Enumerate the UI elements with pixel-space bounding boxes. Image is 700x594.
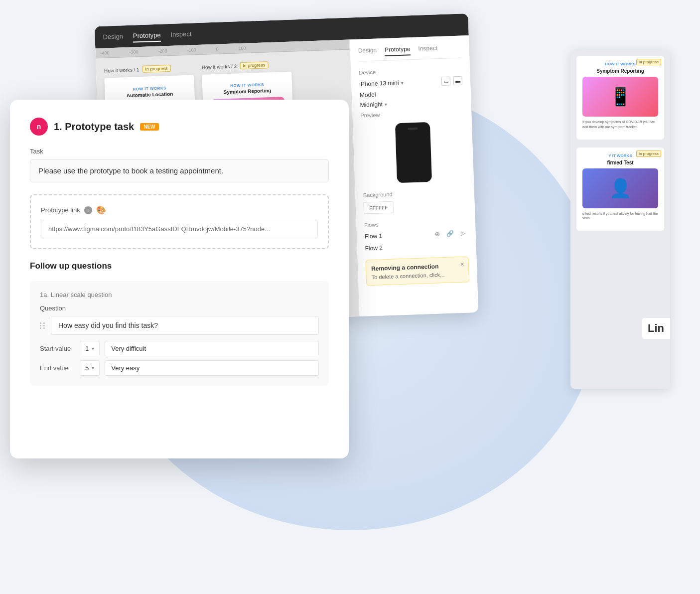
chevron-down-icon: ▾ (401, 80, 403, 85)
task-icon: n (30, 118, 48, 136)
end-value-row: End value 5 ▾ (40, 360, 319, 376)
start-value: 1 (85, 345, 89, 352)
start-value-label: Start value (40, 345, 75, 352)
tab-design[interactable]: Design (103, 30, 123, 43)
task-description: Please use the prototype to book a testi… (30, 159, 329, 182)
mini-illustration-1: 📱 (582, 77, 658, 117)
preview-label: Preview (360, 109, 463, 119)
in-progress-badge: In progress (142, 65, 170, 73)
removing-connection-desc: To delete a connection, click... (371, 271, 463, 280)
info-icon[interactable]: i (84, 206, 92, 214)
canvas-right-content: In progress HOW IT WORKS Symptom Reporti… (570, 50, 670, 237)
end-value-chevron-icon: ▾ (92, 365, 94, 371)
mini-frame-badge-2: In progress (636, 150, 661, 157)
flow-1-actions: ⊕ 🔗 ▷ (432, 228, 468, 238)
close-icon[interactable]: × (460, 260, 464, 268)
question-section: 1a. Linear scale question Question Start… (30, 281, 329, 386)
device-selector: iPhone 13 mini ▾ ▭ ▬ (359, 76, 463, 89)
mini-frame-subtitle-1: Symptom Reporting (582, 68, 658, 74)
prototype-link-header: Prototype link i 🎨 (41, 205, 318, 215)
flow-name-1: Flow 1 (365, 232, 383, 240)
flow-item-2: Flow 2 (365, 241, 468, 252)
tab-prototype[interactable]: Prototype (133, 29, 161, 42)
frame-label-2: How it works / 2 In progress (201, 61, 268, 71)
flows-section: Flows Flow 1 ⊕ 🔗 ▷ Flow 2 (364, 218, 468, 252)
task-panel: n 1. Prototype task NEW Task Please use … (10, 100, 349, 458)
removing-connection-title: Removing a connection (371, 262, 463, 272)
figma-canvas-right: In progress HOW IT WORKS Symptom Reporti… (570, 50, 670, 389)
ruler-mark: 0 (216, 46, 218, 51)
end-value-label: End value (40, 364, 75, 372)
question-input[interactable] (51, 316, 319, 335)
new-badge: NEW (140, 123, 158, 131)
figma-right-panel: Design Prototype Inspect Device iPhone 1… (349, 35, 478, 316)
model-name-dropdown[interactable]: Midnight ▾ (360, 98, 463, 109)
ruler-mark: 100 (238, 45, 246, 51)
task-panel-header: n 1. Prototype task NEW (30, 118, 329, 136)
bg-color-row: FFFFFF (363, 198, 467, 214)
device-section: Device iPhone 13 mini ▾ ▭ ▬ Model Midnig… (359, 66, 466, 184)
end-desc-input[interactable] (105, 360, 319, 376)
panel-tab-prototype[interactable]: Prototype (385, 45, 411, 56)
tab-inspect[interactable]: Inspect (170, 28, 192, 41)
device-dropdown[interactable]: iPhone 13 mini ▾ (359, 79, 404, 88)
figma-tab-bar: Design Prototype Inspect (103, 28, 192, 43)
ruler-mark: -100 (187, 47, 196, 53)
frame-title: Automatic Location (113, 91, 186, 99)
task-label: Task (30, 148, 329, 155)
frame-title-2: Symptom Reporting (210, 87, 284, 95)
start-value-chevron-icon: ▾ (92, 346, 94, 351)
flow-item-1: Flow 1 ⊕ 🔗 ▷ (364, 228, 468, 241)
mini-illustration-2: 👤 (582, 168, 658, 208)
question-field-label: Question (40, 304, 319, 312)
mini-frame-badge-1: In progress (636, 59, 661, 65)
mini-frame-2: In progress Y IT WORKS firmed Test 👤 d t… (576, 148, 664, 231)
start-value-row: Start value 1 ▾ (40, 341, 319, 356)
start-value-dropdown[interactable]: 1 ▾ (80, 341, 100, 356)
model-dropdown[interactable]: Model (360, 88, 463, 99)
ruler-mark: -300 (129, 49, 138, 55)
device-name: iPhone 13 mini (359, 79, 399, 88)
prototype-link-label: Prototype link (41, 206, 80, 214)
flow-1-move-icon[interactable]: ⊕ (432, 229, 442, 239)
mini-frame-1: In progress HOW IT WORKS Symptom Reporti… (576, 56, 664, 140)
end-value-dropdown[interactable]: 5 ▾ (80, 360, 100, 376)
flows-section-title: Flows (364, 218, 467, 228)
flow-1-link-icon[interactable]: 🔗 (445, 229, 455, 238)
drag-handle-icon[interactable] (40, 322, 46, 329)
partial-frame-text: Lin (642, 318, 670, 339)
mini-frame-desc-1: If you develop symptoms of COVID-19 you … (582, 120, 658, 130)
flow-1-play-icon[interactable]: ▷ (458, 228, 468, 238)
device-orientation-icons: ▭ ▬ (441, 76, 463, 86)
mini-frame-subtitle-2: firmed Test (582, 160, 658, 165)
mini-frame-desc-2: d test results if you test atively for h… (582, 211, 658, 221)
model-chevron-icon: ▾ (385, 101, 387, 107)
question-row (40, 316, 319, 335)
background-section: Background FFFFFF (363, 188, 467, 214)
model-name: Midnight (360, 101, 383, 109)
start-desc-input[interactable] (105, 341, 319, 356)
portrait-icon[interactable]: ▭ (441, 76, 451, 86)
figma-logo-icon: 🎨 (96, 205, 106, 215)
panel-tab-inspect[interactable]: Inspect (418, 44, 437, 55)
panel-tab-design[interactable]: Design (358, 47, 377, 57)
prototype-link-box: Prototype link i 🎨 https://www.figma.com… (30, 194, 329, 249)
frame-label-1: How it works / 1 In progress (104, 65, 171, 74)
ruler-mark: -400 (100, 50, 109, 56)
end-value: 5 (85, 364, 89, 372)
model-label: Model (360, 91, 376, 99)
panel-tab-bar: Design Prototype Inspect (358, 44, 462, 62)
background-section-title: Background (363, 188, 466, 198)
bg-color-swatch[interactable]: FFFFFF (363, 201, 394, 214)
removing-connection-tooltip: × Removing a connection To delete a conn… (365, 256, 469, 286)
flows-list: Flow 1 ⊕ 🔗 ▷ Flow 2 (364, 228, 468, 252)
phone-preview (395, 122, 431, 183)
question-label: 1a. Linear scale question (40, 291, 319, 298)
ruler-mark: -200 (158, 48, 167, 54)
device-section-title: Device (359, 66, 462, 76)
in-progress-badge-2: In progress (240, 61, 268, 69)
prototype-url-field[interactable]: https://www.figma.com/proto/I183Y5aGassf… (41, 220, 318, 238)
task-title: 1. Prototype task (54, 121, 134, 133)
follow-up-title: Follow up questions (30, 261, 329, 271)
landscape-icon[interactable]: ▬ (453, 76, 463, 86)
